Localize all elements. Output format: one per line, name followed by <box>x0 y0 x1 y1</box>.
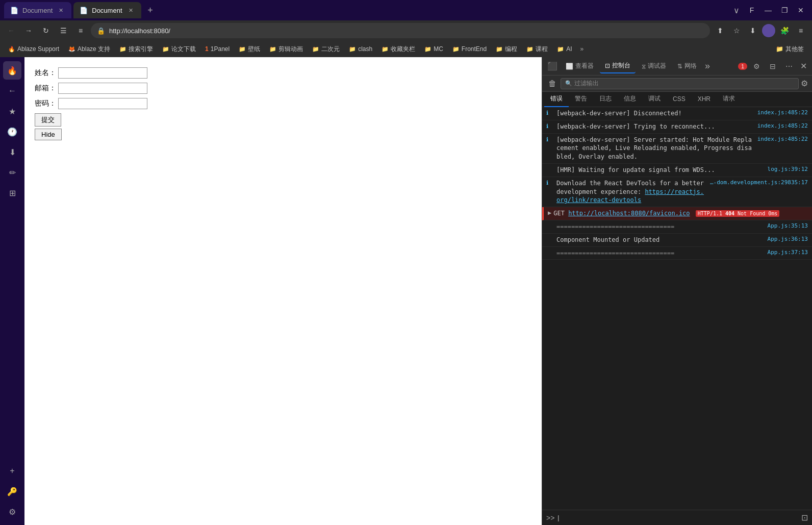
share-button[interactable]: ⬆ <box>713 23 727 38</box>
email-input[interactable] <box>58 83 147 94</box>
bookmark-paper[interactable]: 📁 论文下载 <box>158 44 200 55</box>
sidebar-item-downloads[interactable]: ⬇ <box>3 143 21 161</box>
maximize-button[interactable]: ❐ <box>777 3 792 17</box>
reader-view-button[interactable]: ≡ <box>73 23 88 38</box>
close-button[interactable]: ✕ <box>794 3 808 17</box>
devtools-close-button[interactable]: ✕ <box>798 61 809 71</box>
bookmark-ablaze-zh[interactable]: 🦊 Ablaze 支持 <box>64 44 114 55</box>
devtools-settings-icon[interactable]: ⚙ <box>749 59 764 73</box>
profile-button[interactable] <box>762 24 775 37</box>
devtools-dock-icon[interactable]: ⊟ <box>766 59 780 73</box>
nav-actions: ⬆ ☆ ⬇ 🧩 ≡ <box>713 23 808 38</box>
msg-source[interactable]: index.js:485:22 <box>757 109 808 116</box>
sidebar-item-edit[interactable]: ✏ <box>3 163 21 182</box>
devtools-tab-debugger[interactable]: ⧖ 调试器 <box>637 59 671 73</box>
devtools-tab-console[interactable]: ⊡ 控制台 <box>600 59 636 73</box>
console-clear-button[interactable]: 🗑 <box>546 78 559 90</box>
download-button[interactable]: ⬇ <box>746 23 760 38</box>
sidebar-item-favorites[interactable]: ★ <box>3 102 21 120</box>
sidebar-item-history[interactable]: 🕐 <box>3 122 21 141</box>
tab-2[interactable]: 📄 Document ✕ <box>73 2 141 18</box>
submit-button[interactable]: 提交 <box>35 113 61 127</box>
address-bar[interactable]: 🔒 http://localhost:8080/ <box>91 23 710 38</box>
bookmark-search[interactable]: 📁 搜索引擎 <box>115 44 157 55</box>
sidebar-item-back[interactable]: ← <box>3 82 21 100</box>
sidebar-item-apps[interactable]: ⊞ <box>3 184 21 202</box>
hide-button[interactable]: Hide <box>35 129 62 140</box>
msg-source[interactable]: log.js:39:12 <box>768 166 808 172</box>
sidebar-item-home[interactable]: 🔥 <box>3 61 21 80</box>
devtools-tab-network[interactable]: ⇅ 网络 <box>672 59 702 73</box>
devtools-tab-inspector[interactable]: ⬜ 查看器 <box>561 59 599 73</box>
tab-1[interactable]: 📄 Document ✕ <box>4 2 71 18</box>
console-settings-button[interactable]: ⚙ <box>801 79 808 88</box>
console-msg-2: ℹ [webpack-dev-server] Trying to reconne… <box>542 120 812 134</box>
sidebar-item-add[interactable]: + <box>3 462 21 480</box>
security-icon: 🔒 <box>97 27 105 35</box>
tab-2-label: Document <box>92 7 122 14</box>
console-tab-debug[interactable]: 调试 <box>642 92 667 107</box>
tab-1-close[interactable]: ✕ <box>57 6 65 15</box>
tab-dropdown[interactable]: ∨ <box>730 4 743 16</box>
minimize-button[interactable]: — <box>761 3 775 17</box>
name-input[interactable] <box>58 67 147 79</box>
bookmark-ai[interactable]: 📁 AI <box>553 44 576 54</box>
browser-window: 📄 Document ✕ 📄 Document ✕ + ∨ F — ❐ ✕ ← … <box>0 0 812 525</box>
back-button[interactable]: ← <box>4 23 18 38</box>
bookmark-coding[interactable]: 📁 编程 <box>492 44 521 55</box>
new-tab-button[interactable]: + <box>143 3 158 17</box>
msg-text: [webpack-dev-server] Server started: Hot… <box>556 136 753 161</box>
msg-source[interactable]: …-dom.development.js:29835:17 <box>710 179 808 186</box>
tab-2-close[interactable]: ✕ <box>126 6 135 15</box>
folder-icon: 📁 <box>349 46 356 53</box>
bookmark-1panel[interactable]: 1 1Panel <box>201 44 234 54</box>
bookmark-clash[interactable]: 📁 clash <box>345 44 376 54</box>
msg-source[interactable]: index.js:485:22 <box>757 136 808 142</box>
sidebar-toggle-button[interactable]: ☰ <box>56 23 70 38</box>
devtools-more-options[interactable]: ⋯ <box>782 59 796 73</box>
msg-source[interactable]: App.js:37:13 <box>768 249 808 256</box>
console-tab-warnings[interactable]: 警告 <box>569 92 593 107</box>
bookmark-frontend[interactable]: 📁 FrontEnd <box>448 44 491 54</box>
react-devtools-link[interactable]: https://reactjs.org/link/react-devtools <box>556 188 704 204</box>
bookmark-wallpaper[interactable]: 📁 壁纸 <box>235 44 264 55</box>
bookmark-other[interactable]: 📁 其他签 <box>772 44 808 55</box>
filter-placeholder: 过滤输出 <box>574 79 599 88</box>
bookmark-label: clash <box>358 45 372 53</box>
expand-arrow[interactable]: ▶ <box>548 209 551 216</box>
bookmark-anime[interactable]: 📁 二次元 <box>308 44 344 55</box>
password-input[interactable] <box>58 98 147 109</box>
console-tab-info[interactable]: 信息 <box>618 92 642 107</box>
bookmark-ablaze-support[interactable]: 🔥 Ablaze Support <box>4 44 63 54</box>
forward-button[interactable]: → <box>21 23 36 38</box>
reload-button[interactable]: ↻ <box>39 23 53 38</box>
console-tab-errors[interactable]: 错误 <box>544 92 569 107</box>
folder-icon: 📁 <box>312 46 319 53</box>
msg-source[interactable]: App.js:36:13 <box>768 236 808 242</box>
filter-icon: 🔍 <box>565 80 572 87</box>
sidebar-item-settings[interactable]: ⚙ <box>3 503 21 521</box>
bookmark-course[interactable]: 📁 课程 <box>522 44 552 55</box>
console-tab-css[interactable]: CSS <box>667 92 692 107</box>
sidebar-item-extensions[interactable]: 🔑 <box>3 482 21 501</box>
console-expand-button[interactable]: ⊡ <box>801 513 808 522</box>
console-tab-logs[interactable]: 日志 <box>593 92 618 107</box>
devtools-inspect-icon[interactable]: ⬛ <box>545 59 560 73</box>
favicon-link[interactable]: http://localhost:8080/favicon.ico <box>568 210 690 217</box>
profile-icon[interactable]: F <box>745 3 759 17</box>
bookmark-video[interactable]: 📁 剪辑动画 <box>265 44 307 55</box>
bookmarks-more-button[interactable]: » <box>577 44 587 54</box>
bookmark-button[interactable]: ☆ <box>729 23 744 38</box>
bookmark-favorites[interactable]: 📁 收藏夹栏 <box>377 44 419 55</box>
msg-source[interactable]: App.js:35:13 <box>768 222 808 229</box>
console-filter-bar[interactable]: 🔍 过滤输出 <box>561 78 799 89</box>
bookmark-mc[interactable]: 📁 MC <box>420 44 447 54</box>
console-input-area[interactable]: >> | ⊡ <box>542 510 812 525</box>
msg-source[interactable]: index.js:485:22 <box>757 122 808 129</box>
password-row: 密码： <box>35 98 531 109</box>
console-tab-xhr[interactable]: XHR <box>692 92 717 107</box>
console-tab-requests[interactable]: 请求 <box>717 92 741 107</box>
menu-button[interactable]: ≡ <box>794 23 808 38</box>
devtools-more-button[interactable]: » <box>703 61 712 71</box>
extensions-button[interactable]: 🧩 <box>777 23 792 38</box>
